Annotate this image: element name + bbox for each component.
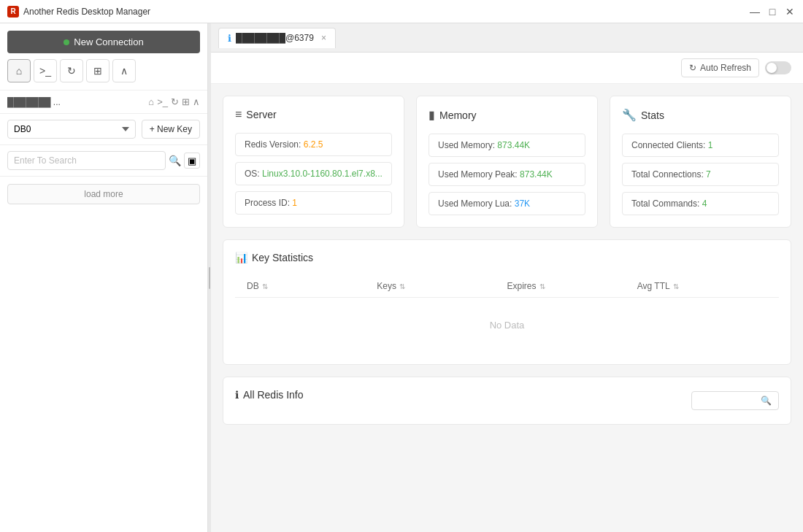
titlebar: R Another Redis Desktop Manager — □ ✕	[0, 0, 803, 23]
refresh-icon-button[interactable]: ↻	[60, 59, 83, 82]
col-keys[interactable]: Keys ⇅	[377, 281, 507, 291]
connection-terminal-icon[interactable]: >_	[157, 96, 168, 107]
window-controls: — □ ✕	[749, 6, 796, 18]
tab-label: ████████@6379	[236, 33, 314, 43]
key-statistics-section: 📊 Key Statistics DB ⇅ Keys ⇅ Expires ⇅	[223, 239, 791, 365]
grid-icon-button[interactable]: ⊞	[86, 59, 110, 82]
terminal-icon-button[interactable]: >_	[34, 59, 57, 82]
load-more-section: load more	[0, 177, 207, 212]
sidebar-action-icons: ⌂ >_ ↻ ⊞ ∧	[7, 59, 200, 82]
connected-clients-label: Connected Clients:	[631, 140, 708, 150]
connection-refresh-icon[interactable]: ↻	[171, 96, 179, 107]
col-avg-ttl[interactable]: Avg TTL ⇅	[637, 281, 767, 291]
connected-clients-row: Connected Clients: 1	[622, 134, 779, 157]
info-icon: ℹ	[235, 389, 239, 401]
redis-info-title: ℹ All Redis Info	[235, 389, 303, 401]
used-memory-row: Used Memory: 873.44K	[429, 134, 585, 157]
redis-version-label: Redis Version:	[245, 139, 304, 150]
os-value: Linux3.10.0-1160.80.1.el7.x8...	[262, 169, 383, 179]
connection-bar: ███████ ... ⌂ >_ ↻ ⊞ ∧	[0, 90, 207, 114]
sidebar-top: New Connection ⌂ >_ ↻ ⊞ ∧	[0, 23, 207, 90]
table-header: DB ⇅ Keys ⇅ Expires ⇅ Avg TTL ⇅	[235, 275, 779, 298]
total-connections-value: 7	[706, 169, 711, 180]
connection-collapse-icon[interactable]: ∧	[193, 96, 200, 107]
collapse-icon-button[interactable]: ∧	[112, 59, 136, 82]
sidebar: New Connection ⌂ >_ ↻ ⊞ ∧ ███████ ... ⌂ …	[0, 23, 208, 532]
app-title: Another Redis Desktop Manager	[23, 7, 749, 17]
used-memory-lua-value: 37K	[515, 198, 530, 209]
memory-card-title: ▮ Memory	[429, 108, 585, 122]
close-button[interactable]: ✕	[784, 6, 796, 18]
used-memory-lua-label: Used Memory Lua:	[438, 198, 515, 209]
redis-search-icon: 🔍	[761, 396, 772, 406]
server-card-title: ≡ Server	[235, 108, 392, 121]
resize-handle[interactable]	[208, 23, 211, 532]
redis-version-value: 6.2.5	[304, 139, 323, 150]
tab-close-button[interactable]: ×	[321, 33, 326, 43]
minimize-button[interactable]: —	[749, 6, 761, 18]
new-connection-button[interactable]: New Connection	[7, 31, 200, 53]
search-row: 🔍 ▣	[0, 145, 207, 177]
new-connection-label: New Connection	[74, 36, 143, 47]
os-label: OS:	[245, 169, 262, 179]
stats-card-title: 🔧 Stats	[622, 108, 779, 122]
used-memory-lua-row: Used Memory Lua: 37K	[429, 192, 585, 215]
main-content: ℹ ████████@6379 × ↻ Auto Refresh ≡ Serv	[211, 23, 803, 532]
auto-refresh-button[interactable]: ↻ Auto Refresh	[681, 58, 759, 77]
stats-icon: 🔧	[622, 108, 637, 122]
tab-bar: ℹ ████████@6379 ×	[211, 23, 803, 53]
sort-db-icon: ⇅	[262, 282, 268, 290]
main-scroll-area[interactable]: ≡ Server Redis Version: 6.2.5 OS: Linux3…	[211, 84, 803, 532]
new-key-button[interactable]: + New Key	[142, 120, 200, 139]
all-redis-info-section: ℹ All Redis Info 🔍	[223, 377, 791, 425]
used-memory-label: Used Memory:	[438, 140, 497, 150]
sort-avg-ttl-icon: ⇅	[673, 282, 679, 290]
connection-action-icons: ⌂ >_ ↻ ⊞ ∧	[148, 96, 200, 107]
redis-info-search-input[interactable]	[699, 396, 758, 406]
key-statistics-icon: 📊	[235, 252, 247, 263]
status-dot	[64, 39, 69, 45]
redis-version-row: Redis Version: 6.2.5	[235, 133, 392, 156]
auto-refresh-icon: ↻	[689, 63, 696, 73]
maximize-button[interactable]: □	[766, 6, 778, 18]
key-statistics-title: 📊 Key Statistics	[235, 252, 779, 263]
active-tab[interactable]: ℹ ████████@6379 ×	[218, 28, 336, 48]
connection-home-icon[interactable]: ⌂	[148, 96, 154, 107]
auto-refresh-toggle[interactable]	[765, 61, 791, 74]
tab-info-icon: ℹ	[228, 33, 231, 44]
sort-expires-icon: ⇅	[539, 282, 545, 290]
used-memory-peak-label: Used Memory Peak:	[438, 169, 520, 180]
used-memory-peak-value: 873.44K	[520, 169, 553, 180]
connected-clients-value: 1	[708, 140, 713, 150]
os-row: OS: Linux3.10.0-1160.80.1.el7.x8...	[235, 162, 392, 185]
info-cards-row: ≡ Server Redis Version: 6.2.5 OS: Linux3…	[223, 96, 791, 228]
home-icon-button[interactable]: ⌂	[7, 59, 31, 82]
sort-keys-icon: ⇅	[399, 282, 405, 290]
process-id-value: 1	[292, 198, 297, 208]
server-icon: ≡	[235, 108, 242, 121]
process-id-label: Process ID:	[245, 198, 292, 208]
toolbar: ↻ Auto Refresh	[211, 53, 803, 84]
table-empty-state: No Data	[235, 298, 779, 352]
total-commands-value: 4	[702, 198, 707, 209]
db-select[interactable]: DB0	[7, 120, 136, 139]
auto-refresh-label: Auto Refresh	[700, 63, 751, 73]
redis-info-search: 🔍	[691, 391, 779, 410]
redis-info-header: ℹ All Redis Info 🔍	[235, 389, 779, 412]
app-icon: R	[7, 6, 19, 18]
app-body: New Connection ⌂ >_ ↻ ⊞ ∧ ███████ ... ⌂ …	[0, 23, 803, 532]
load-more-button[interactable]: load more	[7, 184, 200, 204]
used-memory-peak-row: Used Memory Peak: 873.44K	[429, 163, 585, 186]
search-icon-button[interactable]: 🔍	[169, 155, 181, 166]
search-input[interactable]	[7, 151, 166, 170]
total-connections-row: Total Connections: 7	[622, 163, 779, 186]
connection-name: ███████ ...	[7, 97, 144, 107]
db-select-row: DB0 + New Key	[0, 114, 207, 145]
col-db[interactable]: DB ⇅	[247, 281, 377, 291]
filter-button[interactable]: ▣	[184, 153, 200, 169]
total-commands-label: Total Commands:	[631, 198, 702, 209]
col-expires[interactable]: Expires ⇅	[507, 281, 637, 291]
connection-grid-icon[interactable]: ⊞	[182, 96, 190, 107]
total-commands-row: Total Commands: 4	[622, 192, 779, 215]
server-card: ≡ Server Redis Version: 6.2.5 OS: Linux3…	[223, 96, 404, 228]
